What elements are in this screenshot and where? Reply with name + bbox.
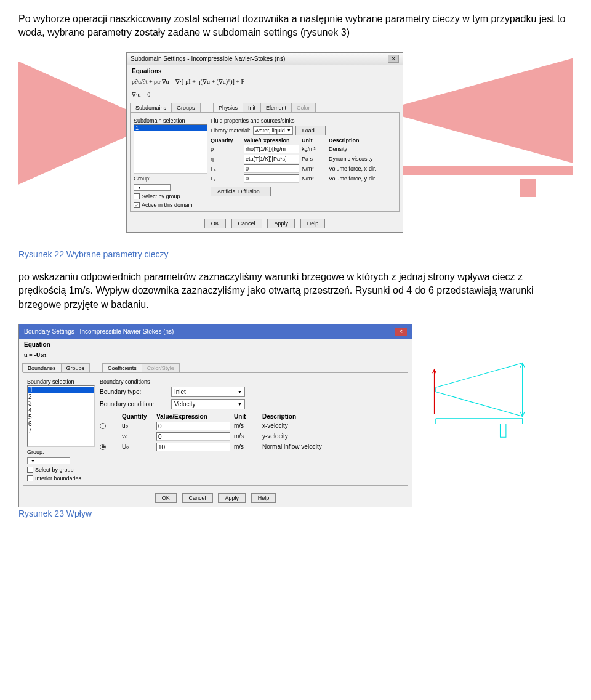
artificial-diffusion-button[interactable]: Artificial Diffusion... xyxy=(211,187,271,196)
unit-fx: N/m³ xyxy=(302,166,326,172)
equation-1: ρ∂u/∂t + ρu·∇u = ∇·[-pI + η(∇u + (∇u)ᵀ)]… xyxy=(127,77,403,90)
tab-subdomains[interactable]: Subdomains xyxy=(130,103,172,112)
desc-eta: Dynamic viscosity xyxy=(329,156,396,162)
close-button[interactable]: × xyxy=(395,328,407,336)
figure-2: Boundary Settings - Incompressible Navie… xyxy=(18,324,573,502)
paragraph-1: Po wyborze operacji naszkicowany został … xyxy=(18,12,573,40)
list-item[interactable]: 2 xyxy=(28,393,94,400)
radio-U0[interactable] xyxy=(100,444,106,450)
list-item[interactable]: 7 xyxy=(28,427,94,434)
paragraph-2: po wskazaniu odpowiednich parametrów zaz… xyxy=(18,270,573,312)
desc-u0: x-velocity xyxy=(262,422,404,429)
list-item[interactable]: 3 xyxy=(28,400,94,407)
equation-2: ∇·u = 0 xyxy=(127,90,403,103)
boundary-conditions-label: Boundary conditions xyxy=(100,379,404,385)
val-rho[interactable]: rho(T[1/K])[kg/m xyxy=(244,145,299,153)
hdr-desc: Description xyxy=(329,137,396,143)
figure-1-caption: Rysunek 22 Wybrane parametry cieczy xyxy=(18,249,573,259)
tab-element[interactable]: Element xyxy=(260,103,292,112)
dialog-title: Subdomain Settings - Incompressible Navi… xyxy=(131,55,285,62)
tab-init[interactable]: Init xyxy=(243,103,261,112)
qty-fy: Fᵧ xyxy=(211,175,241,182)
load-button[interactable]: Load... xyxy=(296,126,326,135)
interior-boundaries-checkbox[interactable]: Interior boundaries xyxy=(27,475,95,481)
geometry-outline xyxy=(416,361,545,441)
ok-button[interactable]: OK xyxy=(204,219,226,228)
boundary-settings-dialog: Boundary Settings - Incompressible Navie… xyxy=(18,324,412,508)
select-by-group-checkbox[interactable]: Select by group xyxy=(27,467,95,473)
tab-color-style[interactable]: Color/Style xyxy=(142,363,180,372)
desc-fy: Volume force, y-dir. xyxy=(329,175,396,182)
val-fx[interactable]: 0 xyxy=(244,164,299,173)
apply-button[interactable]: Apply xyxy=(218,493,246,503)
dialog-titlebar: Boundary Settings - Incompressible Navie… xyxy=(19,324,412,339)
val-U0[interactable]: 10 xyxy=(156,443,230,451)
cancel-button[interactable]: Cancel xyxy=(182,493,213,503)
hdr-quantity: Quantity xyxy=(122,413,153,420)
tab-coefficients[interactable]: Coefficients xyxy=(102,363,142,372)
group-select[interactable]: ▼ xyxy=(134,184,171,191)
tab-physics[interactable]: Physics xyxy=(213,103,243,112)
chk-label: Active in this domain xyxy=(142,202,193,208)
tab-color[interactable]: Color xyxy=(291,103,316,112)
dialog-titlebar: Subdomain Settings - Incompressible Navi… xyxy=(127,53,403,65)
val-eta[interactable]: eta(T[1/K])[Pa*s] xyxy=(244,155,299,163)
qty-U0: U₀ xyxy=(122,443,153,450)
unit-eta: Pa·s xyxy=(302,156,326,162)
qty-u0: u₀ xyxy=(122,422,153,429)
figure-2-caption: Rysunek 23 Wpływ xyxy=(18,509,573,518)
qty-rho: ρ xyxy=(211,146,241,152)
hdr-unit: Unit xyxy=(234,413,259,420)
dialog-title: Boundary Settings - Incompressible Navie… xyxy=(24,328,174,335)
desc-U0: Normal inflow velocity xyxy=(262,443,404,450)
qty-fx: Fₓ xyxy=(211,166,241,172)
help-button[interactable]: Help xyxy=(300,219,326,228)
tab-groups[interactable]: Groups xyxy=(171,103,201,112)
apply-button[interactable]: Apply xyxy=(267,219,295,228)
hdr-quantity: Quantity xyxy=(211,137,241,143)
unit-rho: kg/m³ xyxy=(302,146,326,152)
boundary-selection-label: Boundary selection xyxy=(27,379,95,385)
unit-U0: m/s xyxy=(234,443,259,450)
subdomain-listbox[interactable]: 1 xyxy=(134,124,207,174)
close-button[interactable]: × xyxy=(388,55,399,63)
boundary-type-label: Boundary type: xyxy=(100,388,167,395)
desc-v0: y-velocity xyxy=(262,433,404,440)
group-select[interactable]: ▼ xyxy=(27,457,70,464)
boundary-type-select[interactable]: Inlet▼ xyxy=(171,387,245,397)
select-by-group-checkbox[interactable]: Select by group xyxy=(134,193,207,199)
figure-1: Subdomain Settings - Incompressible Navi… xyxy=(18,52,573,243)
equations-label: Equations xyxy=(127,65,403,77)
boundary-condition-select[interactable]: Velocity▼ xyxy=(171,399,245,409)
val-v0[interactable]: 0 xyxy=(156,432,230,441)
tab-boundaries[interactable]: Boundaries xyxy=(22,363,62,372)
list-item[interactable]: 1 xyxy=(134,125,207,131)
equation-label: Equation xyxy=(19,339,412,350)
help-button[interactable]: Help xyxy=(251,493,276,503)
desc-fx: Volume force, x-dir. xyxy=(329,166,396,172)
geometry-shape-left xyxy=(18,62,129,185)
val-u0[interactable]: 0 xyxy=(156,422,230,430)
radio-u0[interactable] xyxy=(100,423,106,429)
group-label: Group: xyxy=(134,175,207,182)
boundary-condition-label: Boundary condition: xyxy=(100,401,167,408)
unit-v0: m/s xyxy=(234,433,259,440)
chk-label: Select by group xyxy=(35,467,74,473)
hdr-value: Value/Expression xyxy=(244,137,299,143)
active-in-domain-checkbox[interactable]: ✓Active in this domain xyxy=(134,202,207,208)
list-item[interactable]: 1 xyxy=(28,387,94,393)
cancel-button[interactable]: Cancel xyxy=(231,219,262,228)
list-item[interactable]: 5 xyxy=(28,414,94,420)
subdomain-selection-label: Subdomain selection xyxy=(134,118,207,124)
boundary-listbox[interactable]: 1 2 3 4 5 6 7 xyxy=(27,385,95,447)
hdr-unit: Unit xyxy=(302,137,326,143)
library-material-select[interactable]: Water, liquid▼ xyxy=(253,126,293,135)
equation: u = -U₀n xyxy=(19,350,412,363)
desc-rho: Density xyxy=(329,146,396,152)
ok-button[interactable]: OK xyxy=(155,493,177,503)
list-item[interactable]: 6 xyxy=(28,420,94,427)
tab-groups[interactable]: Groups xyxy=(61,363,90,372)
list-item[interactable]: 4 xyxy=(28,407,94,414)
hdr-desc: Description xyxy=(262,413,404,420)
val-fy[interactable]: 0 xyxy=(244,174,299,183)
